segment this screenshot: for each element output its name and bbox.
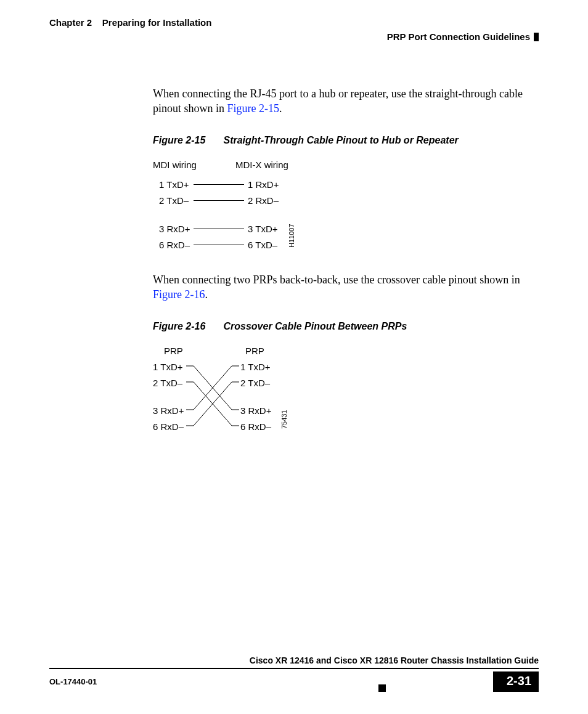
pin-label: 6 RxD–: [159, 239, 190, 251]
pin-label: 2 TxD–: [159, 195, 189, 207]
figure-number: Figure 2-15: [153, 134, 221, 147]
pin-label: 3 RxD+: [240, 405, 271, 417]
pin-label: 1 TxD+: [240, 361, 271, 373]
body-content: When connecting the RJ-45 port to a hub …: [153, 86, 539, 465]
pin-label: 6 RxD–: [153, 421, 184, 433]
figure-ref-link[interactable]: Figure 2-16: [153, 288, 205, 301]
footer-rule: [49, 668, 539, 669]
pin-label: 1 RxD+: [248, 179, 279, 191]
footer-guide-title: Cisco XR 12416 and Cisco XR 12816 Router…: [49, 655, 539, 665]
wire-line: [194, 245, 244, 245]
chapter-title: Preparing for Installation: [102, 17, 212, 28]
text: When connecting the RJ-45 port to a hub …: [153, 87, 523, 115]
figure-title: Crossover Cable Pinout Between PRPs: [223, 321, 407, 331]
chapter-label: Chapter 2: [49, 17, 92, 28]
figure-2-16: PRP PRP 1 TxD+ 2 TxD– 3 RxD+ 6 RxD– 1 Tx…: [153, 345, 539, 450]
pin-label: 2 TxD–: [240, 377, 270, 389]
wire-line: [194, 229, 244, 229]
pin-label: 2 TxD–: [153, 377, 182, 389]
wire-line: [194, 200, 244, 201]
figure-id: 75431: [280, 410, 289, 429]
paragraph: When connecting the RJ-45 port to a hub …: [153, 86, 539, 116]
header-sub: PRP Port Connection Guidelines: [49, 31, 539, 42]
pin-label: 3 RxD+: [159, 223, 190, 235]
column-head-right: PRP: [245, 345, 264, 357]
figure-2-15: MDI wiring MDI-X wiring 1 TxD+ 2 TxD– 3 …: [153, 159, 539, 258]
header-bar-icon: [534, 33, 539, 41]
text: .: [205, 288, 208, 301]
pin-label: 1 TxD+: [159, 179, 189, 191]
column-head-left: PRP: [164, 345, 183, 357]
figure-caption: Figure 2-16 Crossover Cable Pinout Betwe…: [153, 320, 539, 333]
page-number: 2-31: [493, 671, 539, 692]
pin-label: 6 RxD–: [240, 421, 271, 433]
column-head-right: MDI-X wiring: [235, 159, 288, 171]
header-top: Chapter 2 Preparing for Installation: [49, 17, 539, 28]
pin-label: 2 RxD–: [248, 195, 279, 207]
paragraph: When connecting two PRPs back-to-back, u…: [153, 272, 539, 302]
text: When connecting two PRPs back-to-back, u…: [153, 274, 520, 286]
footer-row: OL-17440-01 2-31: [49, 671, 539, 692]
figure-title: Straight-Through Cable Pinout to Hub or …: [223, 135, 458, 145]
column-head-left: MDI wiring: [153, 159, 197, 171]
pin-label: 1 TxD+: [153, 361, 183, 373]
pin-label: 3 RxD+: [153, 405, 184, 417]
wire-line: [194, 184, 244, 185]
figure-id: H11007: [287, 224, 296, 248]
figure-number: Figure 2-16: [153, 320, 221, 333]
text: .: [279, 102, 282, 115]
footer-doc-id: OL-17440-01: [49, 677, 97, 686]
figure-ref-link[interactable]: Figure 2-15: [227, 102, 280, 115]
pin-label: 3 TxD+: [248, 223, 278, 235]
figure-caption: Figure 2-15 Straight-Through Cable Pinou…: [153, 134, 539, 147]
section-title: PRP Port Connection Guidelines: [387, 31, 530, 42]
footer-marker-icon: [378, 684, 386, 692]
page: Chapter 2 Preparing for Installation PRP…: [0, 0, 588, 714]
running-footer: Cisco XR 12416 and Cisco XR 12816 Router…: [49, 655, 539, 692]
pin-label: 6 TxD–: [248, 239, 277, 251]
crossover-wires-icon: [186, 362, 239, 430]
running-header: Chapter 2 Preparing for Installation PRP…: [49, 17, 539, 42]
